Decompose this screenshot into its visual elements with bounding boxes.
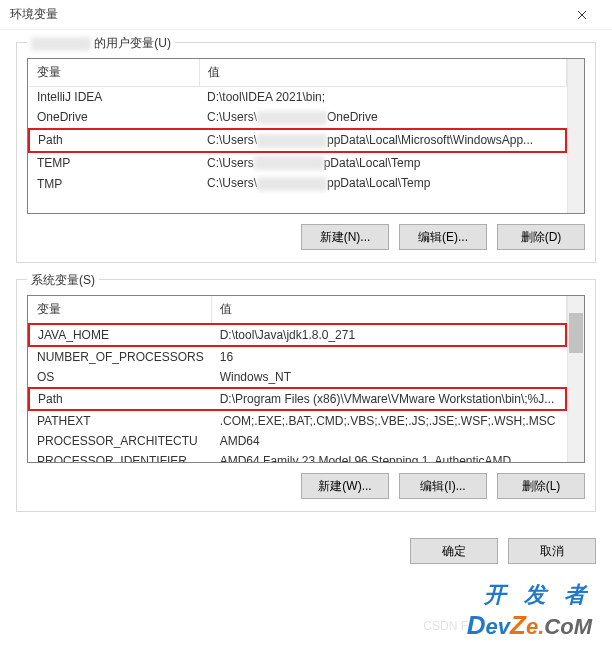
table-row[interactable]: PATHEXT.COM;.EXE;.BAT;.CMD;.VBS;.VBE;.JS… [29, 410, 566, 431]
var-name: TMP [29, 173, 199, 194]
col-header-variable[interactable]: 变量 [29, 59, 199, 87]
watermark-line2: DevZe.CoM [467, 610, 592, 641]
user-edit-button[interactable]: 编辑(E)... [399, 224, 487, 250]
var-value: C:\UserspData\Local\Temp [199, 152, 566, 174]
col-header-value[interactable]: 值 [212, 296, 566, 324]
var-name: PROCESSOR_ARCHITECTU [29, 431, 212, 451]
csdn-watermark: CSDN Fr [423, 619, 472, 633]
table-row[interactable]: PathC:\Users\ppData\Local\Microsoft\Wind… [29, 129, 566, 152]
var-value: C:\Users\ppData\Local\Temp [199, 173, 566, 194]
table-row[interactable]: PROCESSOR_IDENTIFIERAMD64 Family 23 Mode… [29, 451, 566, 463]
var-name: JAVA_HOME [29, 324, 212, 346]
system-variables-label: 系统变量(S) [27, 272, 99, 289]
redacted-text [257, 111, 327, 125]
sys-edit-button[interactable]: 编辑(I)... [399, 473, 487, 499]
watermark: 开 发 者 DevZe.CoM [467, 580, 592, 641]
user-new-button[interactable]: 新建(N)... [301, 224, 389, 250]
var-value: Windows_NT [212, 367, 566, 388]
system-variables-group: 系统变量(S) 变量 值 JAVA_HOMED:\tool\Java\jdk1.… [16, 279, 596, 512]
dialog-buttons: 确定 取消 [0, 528, 612, 564]
window-title: 环境变量 [10, 6, 562, 23]
var-value: 16 [212, 346, 566, 367]
scrollbar[interactable] [567, 59, 584, 213]
redacted-text [254, 156, 324, 170]
var-name: TEMP [29, 152, 199, 174]
col-header-variable[interactable]: 变量 [29, 296, 212, 324]
table-row[interactable]: TEMPC:\UserspData\Local\Temp [29, 152, 566, 174]
var-name: Path [29, 388, 212, 410]
table-row[interactable]: NUMBER_OF_PROCESSORS16 [29, 346, 566, 367]
var-name: PATHEXT [29, 410, 212, 431]
table-row[interactable]: PROCESSOR_ARCHITECTUAMD64 [29, 431, 566, 451]
var-value: C:\Users\ppData\Local\Microsoft\WindowsA… [199, 129, 566, 152]
close-icon [577, 10, 587, 20]
table-row[interactable]: JAVA_HOMED:\tool\Java\jdk1.8.0_271 [29, 324, 566, 346]
var-name: PROCESSOR_IDENTIFIER [29, 451, 212, 463]
var-name: OS [29, 367, 212, 388]
title-bar: 环境变量 [0, 0, 612, 30]
var-value: AMD64 [212, 431, 566, 451]
var-value: D:\tool\IDEA 2021\bin; [199, 87, 566, 108]
redacted-username [31, 37, 91, 51]
var-name: Path [29, 129, 199, 152]
sys-delete-button[interactable]: 删除(L) [497, 473, 585, 499]
var-name: OneDrive [29, 107, 199, 129]
var-value: AMD64 Family 23 Model 96 Stepping 1, Aut… [212, 451, 566, 463]
scrollbar-thumb[interactable] [569, 313, 583, 353]
system-variables-table[interactable]: 变量 值 JAVA_HOMED:\tool\Java\jdk1.8.0_271N… [27, 295, 585, 463]
redacted-text [257, 177, 327, 191]
var-value: D:\tool\Java\jdk1.8.0_271 [212, 324, 566, 346]
user-delete-button[interactable]: 删除(D) [497, 224, 585, 250]
cancel-button[interactable]: 取消 [508, 538, 596, 564]
table-row[interactable]: TMPC:\Users\ppData\Local\Temp [29, 173, 566, 194]
user-variables-group: 的用户变量(U) 变量 值 IntelliJ IDEAD:\tool\IDEA … [16, 42, 596, 263]
ok-button[interactable]: 确定 [410, 538, 498, 564]
var-value: C:\Users\OneDrive [199, 107, 566, 129]
sys-new-button[interactable]: 新建(W)... [301, 473, 389, 499]
close-button[interactable] [562, 0, 602, 30]
col-header-value[interactable]: 值 [199, 59, 566, 87]
var-value: .COM;.EXE;.BAT;.CMD;.VBS;.VBE;.JS;.JSE;.… [212, 410, 566, 431]
scrollbar[interactable] [567, 296, 584, 462]
var-name: NUMBER_OF_PROCESSORS [29, 346, 212, 367]
redacted-text [257, 134, 327, 148]
var-name: IntelliJ IDEA [29, 87, 199, 108]
watermark-line1: 开 发 者 [467, 580, 592, 610]
table-row[interactable]: OneDriveC:\Users\OneDrive [29, 107, 566, 129]
user-variables-label: 的用户变量(U) [27, 35, 175, 52]
user-variables-table[interactable]: 变量 值 IntelliJ IDEAD:\tool\IDEA 2021\bin;… [27, 58, 585, 214]
var-value: D:\Program Files (x86)\VMware\VMware Wor… [212, 388, 566, 410]
table-row[interactable]: PathD:\Program Files (x86)\VMware\VMware… [29, 388, 566, 410]
table-row[interactable]: IntelliJ IDEAD:\tool\IDEA 2021\bin; [29, 87, 566, 108]
table-row[interactable]: OSWindows_NT [29, 367, 566, 388]
